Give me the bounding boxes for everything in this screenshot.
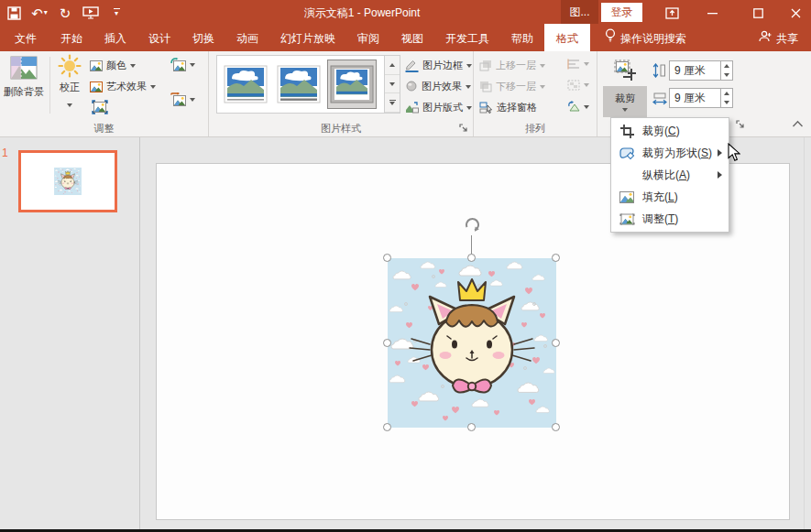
corrections-button[interactable]: 校正 bbox=[52, 54, 87, 109]
rotation-handle-icon[interactable] bbox=[463, 216, 481, 238]
shape-height-icon bbox=[652, 63, 666, 78]
gallery-scroll-down-icon[interactable] bbox=[385, 75, 400, 94]
change-picture-button[interactable] bbox=[170, 58, 195, 71]
rotate-button[interactable] bbox=[567, 101, 589, 113]
quick-access-toolbar: ↶▾ ↻ ▾ bbox=[5, 0, 125, 26]
sign-in-button[interactable]: 登录 bbox=[601, 3, 642, 22]
picture-styles-dialog-launcher-icon[interactable] bbox=[459, 124, 470, 135]
redo-icon[interactable]: ↻ bbox=[57, 3, 73, 23]
tab-file[interactable]: 文件 bbox=[2, 26, 49, 51]
maximize-button[interactable] bbox=[742, 0, 773, 26]
group-label-picture-styles: 图片样式 bbox=[209, 122, 473, 136]
selected-picture[interactable] bbox=[388, 258, 556, 428]
menu-item-crop[interactable]: 裁剪(C) bbox=[611, 120, 729, 142]
crop-dropdown-icon bbox=[622, 108, 628, 112]
menu-item-fit[interactable]: 调整(T) bbox=[611, 208, 729, 230]
resize-handle-mid-left[interactable] bbox=[383, 339, 391, 347]
tab-animations[interactable]: 动画 bbox=[225, 26, 269, 51]
group-adjust: 删除背景 校正 颜色 艺术效果 bbox=[0, 51, 209, 136]
corrections-sun-icon bbox=[58, 54, 82, 78]
crop-icon bbox=[618, 125, 636, 138]
gallery-more-icon[interactable] bbox=[385, 93, 400, 113]
picture-layout-button[interactable]: 图片版式 bbox=[405, 101, 472, 114]
tab-format-active[interactable]: 格式 bbox=[544, 24, 590, 53]
start-slideshow-icon[interactable] bbox=[82, 3, 99, 23]
resize-handle-bottom-left[interactable] bbox=[383, 423, 391, 431]
slide-panel-divider[interactable] bbox=[139, 137, 140, 529]
group-label-arrange: 排列 bbox=[474, 122, 597, 136]
tell-me-search[interactable]: 操作说明搜索 bbox=[596, 26, 696, 51]
resize-handle-bottom-right[interactable] bbox=[552, 423, 560, 431]
picture-style-option-1[interactable] bbox=[222, 60, 269, 108]
group-label-adjust: 调整 bbox=[0, 122, 208, 136]
color-button[interactable]: 颜色 bbox=[90, 59, 136, 72]
undo-icon[interactable]: ↶▾ bbox=[31, 3, 48, 23]
menu-item-fill[interactable]: 填充(L) bbox=[611, 186, 729, 208]
selection-pane-button[interactable]: 选择窗格 bbox=[479, 101, 537, 114]
shape-height-field[interactable]: 9 厘米 bbox=[669, 60, 733, 81]
group-objects-button bbox=[567, 80, 589, 91]
close-button[interactable] bbox=[780, 0, 811, 26]
undo-dropdown-icon[interactable]: ▾ bbox=[44, 9, 48, 16]
collapse-ribbon-icon[interactable] bbox=[792, 118, 804, 129]
share-person-icon bbox=[759, 26, 772, 51]
ribbon-display-options-icon[interactable] bbox=[656, 0, 687, 26]
picture-border-button[interactable]: 图片边框 bbox=[405, 59, 472, 72]
save-icon[interactable] bbox=[5, 3, 22, 23]
reset-picture-icon bbox=[170, 92, 186, 106]
window-title: 演示文稿1 - PowerPoint bbox=[275, 0, 449, 26]
gallery-scrollbar bbox=[385, 55, 400, 114]
tab-insert[interactable]: 插入 bbox=[93, 26, 137, 51]
picture-tools-contextual-label[interactable]: 图... bbox=[561, 0, 598, 24]
tab-home[interactable]: 开始 bbox=[49, 26, 93, 51]
tab-design[interactable]: 设计 bbox=[137, 26, 181, 51]
shape-width-field[interactable]: 9 厘米 bbox=[669, 88, 733, 108]
tab-review[interactable]: 审阅 bbox=[346, 26, 390, 51]
remove-background-button[interactable]: 删除背景 bbox=[1, 54, 47, 99]
remove-background-icon bbox=[10, 54, 38, 81]
slide-thumbnail-1[interactable] bbox=[18, 150, 117, 212]
send-backward-icon bbox=[479, 81, 492, 92]
picture-style-option-3-selected[interactable] bbox=[328, 60, 376, 108]
picture-style-option-2[interactable] bbox=[275, 60, 323, 108]
artistic-effects-button[interactable]: 艺术效果 bbox=[90, 80, 156, 93]
size-dialog-launcher-icon[interactable] bbox=[736, 120, 747, 131]
bring-forward-icon bbox=[479, 60, 492, 71]
fill-icon bbox=[618, 191, 636, 203]
resize-handle-top-left[interactable] bbox=[383, 254, 391, 262]
scrollbar-track[interactable] bbox=[804, 137, 805, 529]
reset-picture-button[interactable] bbox=[170, 92, 195, 106]
share-button[interactable]: 共享 bbox=[750, 26, 807, 51]
tab-view[interactable]: 视图 bbox=[390, 26, 434, 51]
crop-button-label[interactable]: 裁剪 bbox=[603, 86, 647, 117]
resize-handle-mid-right[interactable] bbox=[552, 339, 560, 347]
resize-handle-top-right[interactable] bbox=[552, 254, 560, 262]
tab-help[interactable]: 帮助 bbox=[500, 26, 544, 51]
crop-dropdown-menu: 裁剪(C) 裁剪为形状(S) 纵横比(A) 填充(L) bbox=[610, 117, 729, 233]
picture-effects-button[interactable]: 图片效果 bbox=[405, 80, 471, 93]
customize-qat-icon[interactable]: ▾ bbox=[108, 3, 125, 23]
resize-handle-bottom-center[interactable] bbox=[467, 423, 476, 431]
resize-handle-top-center[interactable] bbox=[467, 254, 476, 262]
shape-width-icon bbox=[652, 92, 667, 105]
menu-item-crop-to-shape[interactable]: 裁剪为形状(S) bbox=[611, 142, 729, 164]
tab-slideshow[interactable]: 幻灯片放映 bbox=[269, 26, 346, 51]
gallery-scroll-up-icon[interactable] bbox=[385, 56, 400, 75]
corrections-dropdown-icon[interactable] bbox=[67, 103, 72, 107]
tab-transitions[interactable]: 切换 bbox=[181, 26, 225, 51]
slide-thumbnail-image bbox=[54, 168, 82, 195]
menu-item-aspect-ratio[interactable]: 纵横比(A) bbox=[611, 164, 729, 186]
fit-icon bbox=[618, 213, 636, 225]
group-objects-icon bbox=[567, 80, 580, 91]
crop-button[interactable] bbox=[603, 53, 647, 86]
compress-picture-icon[interactable] bbox=[92, 100, 108, 116]
picture-layout-icon bbox=[405, 102, 419, 114]
group-arrange: 上移一层 下移一层 选择窗格 bbox=[474, 51, 597, 136]
height-spinner[interactable] bbox=[720, 61, 732, 80]
tab-developer[interactable]: 开发工具 bbox=[434, 26, 500, 51]
minimize-button[interactable] bbox=[696, 0, 728, 26]
ribbon-tab-bar: 文件 开始 插入 设计 切换 动画 幻灯片放映 审阅 视图 开发工具 帮助 格式… bbox=[0, 26, 811, 51]
bring-forward-button: 上移一层 bbox=[479, 59, 545, 72]
selection-pane-icon bbox=[479, 102, 493, 114]
width-spinner[interactable] bbox=[720, 89, 732, 107]
